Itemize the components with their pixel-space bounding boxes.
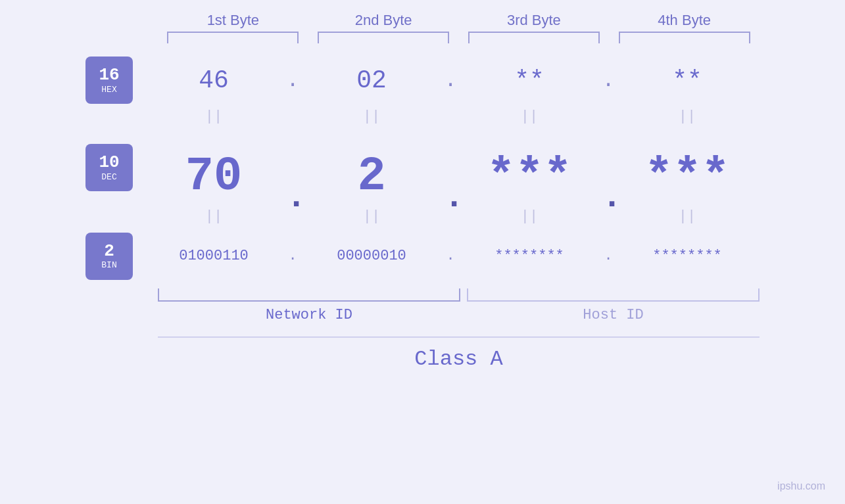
watermark: ipshu.com xyxy=(777,480,825,492)
eq-7: || xyxy=(457,208,602,225)
eq-6: || xyxy=(299,208,444,225)
bin-badge-num: 2 xyxy=(104,242,114,261)
byte-label-2: 2nd Byte xyxy=(311,12,456,29)
id-brackets xyxy=(158,288,760,302)
hex-val-2: 02 xyxy=(299,66,444,95)
dec-badge-wrapper: 10 DEC xyxy=(85,144,141,191)
bin-dot-1: . xyxy=(286,248,299,264)
hex-badge: 16 HEX xyxy=(85,57,133,104)
eq-3: || xyxy=(457,108,602,125)
bracket-3 xyxy=(468,32,600,43)
eq-8: || xyxy=(615,208,760,225)
bin-val-4: ******** xyxy=(615,248,760,264)
eq-1: || xyxy=(141,108,286,125)
bracket-1 xyxy=(167,32,299,43)
bin-badge-wrapper: 2 BIN xyxy=(85,233,141,280)
dec-dot-3: . xyxy=(602,178,615,217)
eq-5: || xyxy=(141,208,286,225)
dec-val-2: 2 xyxy=(299,143,444,204)
hex-dot-3: . xyxy=(602,68,615,93)
class-row: Class A xyxy=(158,336,760,371)
bin-dot-3: . xyxy=(602,248,615,264)
network-id-label: Network ID xyxy=(158,307,460,323)
dec-val-1: 70 xyxy=(141,143,286,204)
hex-row-wrapper: 16 HEX 46 . 02 . ** . ** xyxy=(85,57,760,104)
dec-values-row: 70 . 2 . *** . *** xyxy=(141,131,760,204)
bottom-section: Network ID Host ID Class A xyxy=(85,285,760,371)
bin-badge-label: BIN xyxy=(101,260,116,270)
hex-values-row: 46 . 02 . ** . ** xyxy=(141,66,760,95)
dec-dot-2: . xyxy=(444,178,457,217)
bin-dot-2: . xyxy=(444,248,457,264)
dec-val-3: *** xyxy=(457,143,602,204)
bin-values-row: 01000110 . 00000010 . ******** . *******… xyxy=(141,231,760,281)
dec-val-4: *** xyxy=(615,143,760,204)
hex-badge-num: 16 xyxy=(99,66,119,85)
bin-val-2: 00000010 xyxy=(299,248,444,264)
eq-2: || xyxy=(299,108,444,125)
hex-dot-2: . xyxy=(444,68,457,93)
hex-val-3: ** xyxy=(457,66,602,95)
dec-badge-label: DEC xyxy=(101,172,116,182)
bracket-2 xyxy=(318,32,449,43)
byte-label-3: 3rd Byte xyxy=(462,12,606,29)
class-label: Class A xyxy=(414,347,502,371)
dec-dot-1: . xyxy=(286,178,299,217)
bin-val-1: 01000110 xyxy=(141,248,286,264)
dec-badge: 10 DEC xyxy=(85,144,133,191)
dec-badge-num: 10 xyxy=(99,153,119,172)
hex-val-1: 46 xyxy=(141,66,286,95)
hex-val-4: ** xyxy=(615,66,760,95)
byte-label-1: 1st Byte xyxy=(160,12,305,29)
bracket-4 xyxy=(619,32,750,43)
main-container: 1st Byte 2nd Byte 3rd Byte 4th Byte 16 H… xyxy=(0,0,845,504)
eq-row-1: || || || || xyxy=(85,104,760,129)
byte-headers: 1st Byte 2nd Byte 3rd Byte 4th Byte xyxy=(85,12,760,29)
eq-row-2: || || || || xyxy=(85,204,760,229)
hex-dot-1: . xyxy=(286,68,299,93)
dec-row-wrapper: 10 DEC 70 . 2 . *** . *** xyxy=(85,131,760,204)
network-bracket xyxy=(158,288,460,302)
eq-4: || xyxy=(615,108,760,125)
hex-badge-label: HEX xyxy=(101,85,116,95)
header-brackets xyxy=(85,32,760,43)
bin-val-3: ******** xyxy=(457,248,602,264)
host-bracket xyxy=(467,288,760,302)
id-labels: Network ID Host ID xyxy=(158,307,760,323)
host-id-label: Host ID xyxy=(467,307,760,323)
byte-label-4: 4th Byte xyxy=(612,12,757,29)
hex-badge-wrapper: 16 HEX xyxy=(85,57,141,104)
bin-row-wrapper: 2 BIN 01000110 . 00000010 . ******** . *… xyxy=(85,231,760,281)
bin-badge: 2 BIN xyxy=(85,233,133,280)
